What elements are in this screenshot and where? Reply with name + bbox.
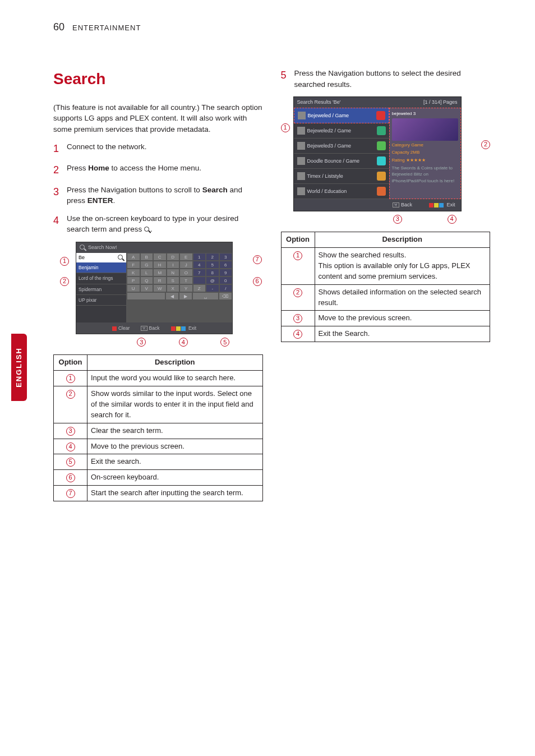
callout-r4: 4 — [448, 215, 456, 224]
callout-1: 1 — [60, 257, 69, 266]
exit-button[interactable]: Exit — [171, 325, 197, 331]
rdesc-2: Shows detailed information on the select… — [315, 284, 490, 311]
options-table-left: OptionDescription 1Input the word you wo… — [53, 354, 263, 501]
th-option: Option — [54, 355, 87, 371]
callout-7: 7 — [253, 255, 262, 264]
desc-5: Exit the search. — [87, 454, 263, 470]
rdesc-1: Show the searched results. This option i… — [315, 248, 490, 285]
result-item[interactable]: Bejeweled / Game — [294, 108, 389, 123]
rdesc-4: Exit the Search. — [315, 326, 490, 342]
rdesc-3: Move to the previous screen. — [315, 311, 490, 326]
results-ui-screenshot: Search Results 'Be'[1 / 314] Pages Bejew… — [293, 96, 462, 211]
search-ui-screenshot: Search Now! Be Benjamin Lord of the ring… — [76, 242, 233, 335]
right-column: 5Press the Navigation buttons to select … — [281, 68, 491, 501]
desc-1: Input the word you would like to search … — [87, 371, 263, 386]
step-2-num: 2 — [53, 163, 61, 177]
desc-7: Start the search after inputting the sea… — [87, 486, 263, 501]
back-button[interactable]: ꕮ Back — [393, 201, 412, 209]
suggestion[interactable]: Spiderman — [76, 284, 126, 295]
search-icon[interactable] — [118, 255, 124, 261]
step-1-num: 1 — [53, 141, 61, 156]
detail-image — [392, 118, 458, 141]
result-item[interactable]: Timex / Liststyle — [294, 169, 389, 184]
desc-4: Move to the previous screen. — [87, 439, 263, 454]
page-header: 60 ENTERTAINMENT — [53, 20, 490, 34]
intro-text: (This feature is not available for all c… — [53, 102, 263, 135]
th-option: Option — [281, 232, 315, 248]
suggestion[interactable]: Lord of the rings — [76, 273, 126, 284]
results-pages: [1 / 314] Pages — [423, 99, 458, 106]
language-tab: ENGLISH — [11, 334, 27, 401]
callout-6: 6 — [253, 277, 262, 286]
step-5-num: 5 — [281, 68, 289, 90]
page-number: 60 — [53, 20, 64, 34]
results-list: Bejeweled / Game Bejeweled2 / Game Bejew… — [294, 108, 389, 199]
step-3-num: 3 — [53, 185, 61, 206]
suggestion[interactable]: Benjamin — [76, 262, 126, 273]
language-tab-text: ENGLISH — [14, 347, 25, 388]
callout-r2: 2 — [481, 140, 490, 149]
result-item[interactable]: Doodle Bounce / Game — [294, 154, 389, 169]
result-item[interactable]: Bejeweled3 / Game — [294, 139, 389, 154]
step-4-num: 4 — [53, 213, 61, 235]
back-button[interactable]: ꕮ Back — [141, 325, 159, 331]
step-2: Press Home to access the Home menu. — [67, 163, 263, 177]
result-item[interactable]: World / Education — [294, 184, 389, 199]
step-1: Connect to the network. — [67, 141, 263, 156]
result-detail: bejeweled 3 Category Game Capacity 2MB R… — [389, 108, 461, 199]
section-name: ENTERTAINMENT — [72, 23, 141, 34]
on-screen-keyboard[interactable]: ABCDE123 FGHIJ456 KLMNO789 PQRST@0 UVWXY… — [127, 253, 232, 322]
desc-6: On-screen keyboard. — [87, 470, 263, 486]
desc-3: Clear the search term. — [87, 423, 263, 439]
step-3: Press the Navigation buttons to scroll t… — [67, 185, 263, 206]
callout-5: 5 — [220, 338, 229, 347]
step-5: Press the Navigation buttons to select t… — [294, 68, 491, 90]
result-item[interactable]: Bejeweled2 / Game — [294, 123, 389, 139]
step-4: Use the on-screen keyboard to type in yo… — [67, 213, 263, 235]
callout-r1: 1 — [281, 123, 290, 132]
callout-4: 4 — [179, 338, 188, 347]
search-icon — [80, 245, 86, 251]
callout-r3: 3 — [393, 215, 402, 224]
results-head: Search Results 'Be' — [297, 99, 341, 106]
exit-button[interactable]: Exit — [429, 201, 455, 209]
th-desc: Description — [87, 355, 263, 371]
callout-2: 2 — [60, 277, 69, 286]
search-head: Search Now! — [88, 244, 117, 251]
search-input[interactable]: Be — [76, 253, 126, 262]
left-column: Search (This feature is not available fo… — [53, 68, 263, 501]
th-desc: Description — [315, 232, 490, 248]
clear-button[interactable]: Clear — [112, 325, 130, 331]
suggestion[interactable]: UP pixar — [76, 295, 126, 306]
options-table-right: OptionDescription 1Show the searched res… — [281, 232, 491, 342]
search-icon — [144, 227, 150, 233]
callout-3: 3 — [137, 338, 146, 347]
desc-2: Show words similar to the input words. S… — [87, 386, 263, 423]
page-title: Search — [53, 68, 263, 91]
